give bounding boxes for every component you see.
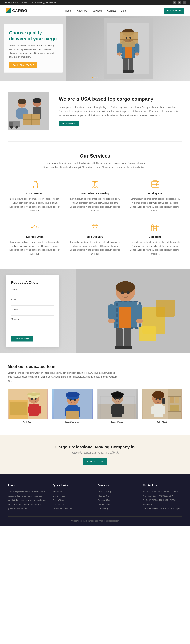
team-member-2: Isaac Dowd <box>97 389 138 424</box>
svg-point-46 <box>93 187 94 188</box>
svg-point-103 <box>74 399 76 401</box>
social-links: f t in <box>173 1 186 4</box>
linkedin-icon[interactable]: in <box>183 1 186 4</box>
team-name-3: Eric Clark <box>141 421 182 424</box>
nav-contact[interactable]: Contact <box>107 9 116 12</box>
service-desc-0: Lorem ipsum dolor sit amet, test link ad… <box>10 197 60 213</box>
moving-kits-icon <box>149 179 161 189</box>
dot-2[interactable] <box>94 77 96 78</box>
svg-rect-105 <box>69 392 77 396</box>
local-moving-icon <box>29 179 41 189</box>
footer-services-list: Local Moving Moving Kits Storage Units B… <box>98 490 137 510</box>
book-now-button[interactable]: BOOK NOW <box>163 8 184 14</box>
footer-service-kits[interactable]: Moving Kits <box>98 495 109 497</box>
message-textarea[interactable] <box>11 321 54 330</box>
top-bar: Phone: 1-800-12456-897 Email: admin@demo… <box>0 0 190 5</box>
svg-rect-124 <box>175 397 179 403</box>
svg-rect-73 <box>136 304 142 320</box>
twitter-icon[interactable]: t <box>178 1 181 4</box>
svg-rect-125 <box>170 405 179 411</box>
facebook-icon[interactable]: f <box>173 1 176 4</box>
svg-rect-43 <box>96 181 97 183</box>
svg-point-132 <box>155 398 157 400</box>
about-image <box>8 92 49 130</box>
hero-call-button[interactable]: CALL: 800 1234 567 <box>9 62 37 68</box>
team-title: Meet our dedicated team <box>8 364 182 369</box>
quote-title: Request A Quote <box>11 280 54 284</box>
team-description: Lorem ipsum dolor sit amet, test link ad… <box>8 371 122 383</box>
long-distance-icon <box>89 179 101 189</box>
footer-link-services[interactable]: Our Services <box>53 495 65 497</box>
svg-rect-24 <box>16 109 19 118</box>
team-name-2: Isaac Dowd <box>97 421 138 424</box>
svg-rect-42 <box>93 181 94 183</box>
svg-rect-15 <box>129 58 133 71</box>
nav-blog[interactable]: Blog <box>121 9 126 12</box>
footer-link-about[interactable]: About Us <box>53 490 62 493</box>
quote-background-image <box>76 269 190 353</box>
nav-services[interactable]: Services <box>92 9 102 12</box>
subject-input[interactable] <box>11 311 54 316</box>
svg-rect-77 <box>124 328 131 347</box>
services-section: Our Services Lorem ipsum dolor sit amet … <box>0 142 190 269</box>
footer: About Nullam dignissim convallis est.Qui… <box>0 474 190 526</box>
service-long-distance: Long Distance Moving Lorem ipsum dolor s… <box>68 177 122 214</box>
footer-link-clients[interactable]: Our Clients <box>53 503 64 506</box>
subject-label: Subject <box>11 308 54 310</box>
contact-us-button[interactable]: CONTACT US <box>83 458 108 465</box>
name-label: Name <box>11 288 54 290</box>
svg-rect-17 <box>128 70 134 72</box>
service-box-delivery: Box Delivery Lorem ipsum dolor sit amet,… <box>68 220 122 258</box>
service-name-3: Storage Units <box>10 235 60 238</box>
team-member-1: Dan Cameron <box>52 389 93 424</box>
hero-person-image <box>104 18 153 79</box>
footer-link-touch[interactable]: Get In Touch <box>53 499 65 501</box>
svg-point-90 <box>27 393 41 396</box>
hero-section: Choose quality delivery of your cargo Lo… <box>0 16 190 81</box>
service-name-2: Moving Kits <box>130 192 180 195</box>
svg-rect-78 <box>115 346 124 349</box>
quote-section: Request A Quote Name Email* Subject Mess… <box>0 269 190 353</box>
footer-service-uploading[interactable]: Uploading <box>98 507 108 510</box>
read-more-button[interactable]: READ MORE <box>59 121 79 126</box>
team-photo-0 <box>8 389 49 419</box>
about-description: Lorem ipsum dolor sit amet, test link ad… <box>59 105 182 118</box>
svg-rect-112 <box>111 406 113 414</box>
logo[interactable]: CARGO <box>6 8 27 13</box>
dot-1[interactable] <box>92 77 93 78</box>
uploading-icon <box>149 222 161 232</box>
footer-about-text: Nullam dignissim convallis est.Quisque a… <box>8 490 47 510</box>
svg-point-117 <box>118 398 120 400</box>
svg-point-13 <box>135 52 139 56</box>
svg-rect-129 <box>151 406 154 414</box>
footer-service-storage[interactable]: Storage Units <box>98 499 111 501</box>
nav-about[interactable]: About Us <box>77 9 87 12</box>
name-input[interactable] <box>11 291 54 296</box>
dot-3[interactable] <box>97 77 98 78</box>
cta-subtitle: Newyork, Florida, Las Vegas & California <box>8 451 182 454</box>
svg-rect-61 <box>154 228 156 231</box>
email-input[interactable] <box>11 301 54 306</box>
cta-title: Cargo Professional Moving Company in <box>8 445 182 450</box>
footer-link-broucher[interactable]: Download Broucher <box>53 507 72 510</box>
service-desc-4: Lorem ipsum dolor sit amet, test link ad… <box>70 240 120 256</box>
service-name-0: Local Moving <box>10 192 60 195</box>
svg-rect-76 <box>116 328 123 347</box>
team-name-1: Dan Cameron <box>52 421 93 424</box>
hero-carousel-dots <box>92 77 98 78</box>
send-message-button[interactable]: Send Message <box>11 336 33 341</box>
svg-point-22 <box>18 99 26 104</box>
team-photo-2 <box>97 389 138 419</box>
svg-rect-59 <box>154 225 156 231</box>
subject-field-group: Subject <box>11 308 54 316</box>
svg-rect-60 <box>156 225 158 231</box>
svg-point-19 <box>129 37 131 39</box>
box-delivery-icon <box>89 222 101 232</box>
team-member-3: Eric Clark <box>141 389 182 424</box>
svg-rect-111 <box>112 404 122 417</box>
svg-point-18 <box>126 37 127 39</box>
footer-service-box[interactable]: Box Delivery <box>98 503 110 506</box>
footer-service-local[interactable]: Local Moving <box>98 490 111 493</box>
hero-title: Choose quality delivery of your cargo <box>9 30 57 42</box>
nav-home[interactable]: Home <box>65 9 72 12</box>
